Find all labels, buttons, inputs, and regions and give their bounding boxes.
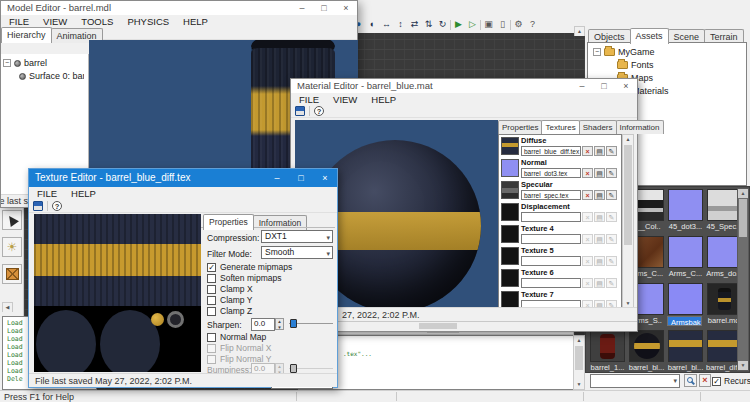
asset-tile[interactable]: barrel_bl... [628,330,665,375]
orbit-tool-icon[interactable]: ◐ [366,18,379,31]
close-button[interactable]: × [615,79,637,93]
texture-editor-titlebar[interactable]: Texture Editor - barrel_blue_diff.tex – … [29,169,337,187]
clamp-y-checkbox[interactable] [207,296,216,305]
rotate-tool-icon[interactable]: ↻ [436,18,449,31]
tree-item-surface0[interactable]: Surface 0: barrel_blue.m [19,70,89,82]
filter-mode-select[interactable]: Smooth ▾ [261,246,333,259]
asset-tile[interactable]: barrel_bl... [667,330,704,375]
browse-texture-button[interactable]: ▤ [594,168,605,178]
texture-filename-input[interactable] [521,278,581,288]
texture-preview[interactable] [34,214,201,372]
tree-item-fonts[interactable]: Fonts [617,59,654,71]
asset-tile[interactable]: 45_dot3... [667,189,704,234]
help-icon[interactable]: ? [52,201,62,211]
scroll-up-arrow-icon[interactable]: ▲ [575,27,584,36]
texture-filename-input[interactable]: barrel_spec.tex [521,190,581,200]
browse-texture-button[interactable]: ▤ [594,278,605,288]
soften-mipmaps-checkbox[interactable] [207,274,216,283]
light-tool-button[interactable]: ☀ [2,237,22,257]
vscroll-thumb[interactable] [739,199,747,237]
search-button[interactable] [684,374,697,387]
console-vscrollbar[interactable]: ▲ ▼ [573,335,585,390]
scroll-up-arrow-icon[interactable]: ▲ [574,336,584,345]
minimize-button[interactable]: – [265,169,289,187]
scroll-down-arrow-icon[interactable]: ▼ [738,361,748,370]
scroll-up-arrow-icon[interactable]: ▲ [623,135,633,144]
remove-texture-button[interactable]: × [582,190,593,200]
help-icon[interactable]: ? [526,18,539,31]
edit-texture-button[interactable]: ✎ [606,168,617,178]
menu-help[interactable]: HELP [64,188,103,199]
texture-filename-input[interactable]: barrel_dot3.tex [521,168,581,178]
edit-texture-button[interactable]: ✎ [606,146,617,156]
slot-list-vscrollbar[interactable]: ▲ ▼ [622,134,634,309]
browse-texture-button[interactable]: ▤ [594,146,605,156]
maximize-button[interactable]: □ [289,169,313,187]
texture-thumbnail[interactable] [501,247,519,265]
viewport-scroll-up[interactable]: ▲ [574,26,585,36]
save-icon[interactable] [295,106,305,116]
minimize-button[interactable]: – [571,79,593,93]
browse-texture-button[interactable]: ▤ [594,256,605,266]
menu-view[interactable]: VIEW [36,16,74,27]
swap-horizontal-tool-icon[interactable]: ⇄ [408,18,421,31]
clear-filter-button[interactable]: × [699,374,711,387]
tab-information[interactable]: Information [616,120,664,134]
asset-tile[interactable]: Arms_C... [667,236,704,281]
recursive-checkbox[interactable]: ✓ [712,377,721,386]
panel-icon[interactable]: ▯ [496,18,509,31]
clamp-z-checkbox[interactable] [207,307,216,316]
close-button[interactable]: × [335,1,357,15]
texture-filename-input[interactable]: barrel_blue_diff.tex [521,146,581,156]
close-button[interactable]: × [313,169,337,187]
chevron-down-icon[interactable]: ▾ [673,377,677,385]
package-icon[interactable]: ▣ [482,18,495,31]
assets-vscrollbar[interactable]: ▲ ▼ [737,188,749,371]
menu-file[interactable]: FILE [292,94,326,105]
texture-thumbnail[interactable] [501,137,519,155]
scroll-left-arrow-icon[interactable]: ◀ [3,303,12,312]
normal-map-checkbox[interactable] [207,333,216,342]
vscroll-thumb[interactable] [575,346,583,370]
remove-texture-button[interactable]: × [582,146,593,156]
asset-tile[interactable]: barrel_1... [589,330,626,375]
texture-thumbnail[interactable] [501,203,519,221]
settings-gear-icon[interactable]: ⚙ [512,18,525,31]
menu-physics[interactable]: PHYSICS [120,16,176,27]
save-icon[interactable] [33,201,43,211]
menu-help[interactable]: HELP [364,94,403,105]
tab-textures[interactable]: Textures [541,120,579,134]
slider-thumb[interactable] [290,319,297,328]
texture-thumbnail[interactable] [501,159,519,177]
help-icon[interactable]: ? [314,106,324,116]
asset-filter-combobox[interactable]: ▾ [590,374,680,388]
pick-tool-button[interactable] [2,210,22,230]
tree-item-barrel[interactable]: − barrel [3,57,87,69]
generate-mipmaps-checkbox[interactable]: ✓ [207,263,216,272]
tab-hierarchy[interactable]: Hierarchy [1,27,52,43]
browse-texture-button[interactable]: ▤ [594,234,605,244]
crate-object-button[interactable] [2,264,22,284]
texture-thumbnail[interactable] [501,225,519,243]
play-outline-icon[interactable]: ▷ [466,18,479,31]
move-vertical-tool-icon[interactable]: ↕ [394,18,407,31]
collapse-icon[interactable]: − [3,59,11,67]
maximize-button[interactable]: □ [313,1,335,15]
material-editor-hscrollbar[interactable] [291,321,637,331]
material-editor-titlebar[interactable]: Material Editor - barrel_blue.mat – □ × [291,79,637,93]
hscroll-thumb[interactable] [419,323,457,329]
menu-view[interactable]: VIEW [326,94,364,105]
remove-texture-button[interactable]: × [582,168,593,178]
texture-filename-input[interactable] [521,212,581,222]
minimize-button[interactable]: – [291,1,313,15]
sharpen-slider[interactable] [289,319,333,328]
texture-thumbnail[interactable] [501,181,519,199]
texture-filename-input[interactable] [521,234,581,244]
scroll-up-arrow-icon[interactable]: ▲ [738,189,748,198]
texture-thumbnail[interactable] [501,269,519,287]
menu-tools[interactable]: TOOLS [74,16,120,27]
tab-assets[interactable]: Assets [630,28,669,44]
sharpen-input[interactable]: 0.0 [251,318,275,331]
log-scroll-left[interactable]: ◀ [2,302,13,312]
play-icon[interactable]: ▶ [452,18,465,31]
